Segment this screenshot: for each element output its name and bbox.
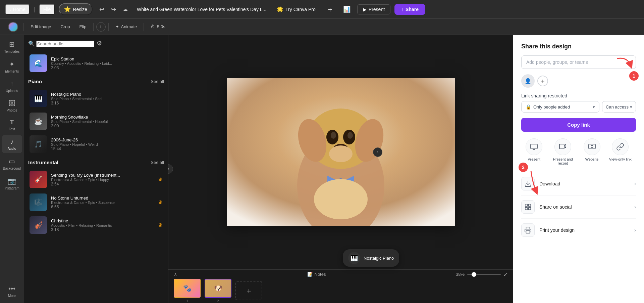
audio-item-2006[interactable]: 🎵 2006-June-26 Solo Piano • Hopeful • We…	[28, 133, 164, 156]
home-button[interactable]: ‹ Home	[5, 4, 30, 15]
instrumental-see-all-button[interactable]: See all	[151, 160, 164, 165]
sidebar-item-elements[interactable]: ✦ Elements	[2, 57, 22, 76]
share-action-website[interactable]: Website	[584, 138, 600, 165]
notes-icon: 📝	[307, 272, 313, 277]
sidebar-item-audio[interactable]: ♪ Audio	[2, 135, 22, 153]
download-text: Download	[539, 181, 634, 186]
toolbar-separator-4	[144, 23, 144, 31]
sidebar-item-instagram[interactable]: 📷 Instagram	[2, 174, 22, 193]
main-area: ⊞ Templates ✦ Elements ↑ Uploads 🖼 Photo…	[0, 35, 644, 303]
thumbnail-2[interactable]: 🐶 2	[205, 279, 231, 303]
premium-crown-sl: ♛	[158, 177, 163, 182]
sidebar-label-instagram: Instagram	[4, 186, 19, 190]
present-action-label: Present	[528, 157, 540, 161]
audio-info-sl: Sending You My Love (Instrument... Elect…	[51, 173, 154, 186]
website-action-icon	[584, 138, 600, 155]
sidebar-item-photos[interactable]: 🖼 Photos	[2, 97, 22, 115]
premium-crown-ch: ♛	[158, 222, 163, 228]
search-wrap: 🔍 ⚙	[28, 39, 164, 48]
analytics-button[interactable]: 📊	[340, 4, 353, 15]
audio-title-ch: Christine	[51, 218, 125, 223]
background-icon: ▭	[9, 157, 15, 165]
now-playing-bar[interactable]: 🎹 Nostalgic Piano	[343, 249, 399, 267]
undo-button[interactable]: ↩	[97, 4, 107, 15]
present-button[interactable]: ▶ Present	[357, 4, 390, 14]
share-icon: ↑	[401, 7, 404, 12]
edit-image-button[interactable]: Edit image	[26, 22, 55, 31]
sidebar-item-text[interactable]: T Text	[2, 116, 22, 134]
resize-button[interactable]: ⭐ Resize	[59, 3, 93, 15]
audio-thumb-np: 🎹	[30, 90, 47, 107]
piano-see-all-button[interactable]: See all	[151, 79, 164, 84]
instagram-icon: 📷	[8, 177, 16, 185]
share-action-present[interactable]: Present	[526, 138, 542, 165]
audio-meta-ns: Electronica & Dance • Epic • Suspense	[51, 201, 125, 205]
share-panel: Share this design 👤 ＋ Link sharing restr…	[513, 35, 644, 303]
filter-button[interactable]: ⚙	[96, 39, 103, 48]
thumbnail-1[interactable]: 🐾 1	[174, 279, 201, 303]
collapse-right-panel-button[interactable]: ›	[373, 147, 382, 157]
info-button[interactable]: i	[96, 22, 106, 32]
audio-meta-np: Solo Piano • Sentimental • Sad	[51, 97, 125, 101]
bottom-bar: ∧ 📝 Notes 38% ⤢ 🐾 1	[168, 269, 513, 303]
try-pro-button[interactable]: 🌟 Try Canva Pro	[273, 4, 320, 14]
bottom-controls: ∧ 📝 Notes 38% ⤢	[168, 270, 513, 279]
add-page-button[interactable]: ＋	[235, 282, 262, 300]
add-design-button[interactable]: ＋	[324, 3, 336, 16]
notes-button[interactable]: 📝 Notes	[307, 272, 326, 277]
share-list-print[interactable]: Print your design ›	[521, 218, 636, 242]
add-person-button[interactable]: ＋	[537, 76, 548, 86]
link-dropdown-label: Only people added	[533, 104, 570, 110]
dog-photo	[227, 78, 455, 226]
sidebar-item-uploads[interactable]: ↑ Uploads	[2, 77, 22, 95]
audio-sections: Piano See all 🎹 Nostalgic Piano Solo Pia…	[24, 75, 168, 303]
svg-rect-15	[531, 144, 537, 149]
more-icon: •••	[8, 285, 15, 293]
audio-thumb-2006: 🎵	[30, 135, 47, 153]
crop-button[interactable]: Crop	[56, 22, 74, 31]
audio-item-epic-station[interactable]: 🌊 Epic Station Country • Acoustic • Rela…	[28, 52, 164, 75]
search-input[interactable]	[36, 41, 94, 47]
access-dropdown[interactable]: Can access ▾	[602, 101, 636, 113]
piano-section-header: Piano See all	[28, 75, 164, 87]
audio-info-np: Nostalgic Piano Solo Piano • Sentimental…	[51, 92, 163, 105]
secondary-toolbar: Edit image Crop Flip i ✦ Animate ⏱ 5.0s	[0, 19, 644, 35]
print-icon	[521, 223, 535, 237]
sidebar-item-background[interactable]: ▭ Background	[2, 155, 22, 173]
audio-item-christine[interactable]: 🎻 Christine Acoustic • Film • Relaxing •…	[28, 214, 164, 236]
copy-link-button[interactable]: Copy link	[521, 118, 636, 132]
top-bar: ‹ Home | File ⭐ Resize ↩ ↪ ☁ White and G…	[0, 0, 644, 19]
link-dropdown-chevron: ▾	[593, 104, 595, 110]
svg-point-10	[329, 145, 353, 162]
collapse-bottom-button[interactable]: ∧	[174, 272, 177, 277]
audio-duration-2006: 15:44	[51, 146, 163, 151]
sidebar-item-more[interactable]: ••• More	[2, 282, 22, 300]
audio-info-epic: Epic Station Country • Acoustic • Relaxi…	[51, 56, 163, 70]
animate-button[interactable]: ✦ Animate	[111, 22, 141, 31]
toolbar-separator-3	[108, 23, 109, 31]
color-swatch-button[interactable]	[5, 20, 21, 33]
file-button[interactable]: File	[39, 4, 55, 15]
audio-item-nostalgic-piano[interactable]: 🎹 Nostalgic Piano Solo Piano • Sentiment…	[28, 87, 164, 110]
person-avatar: 👤	[521, 74, 535, 88]
document-title: White and Green Watercolor Love for Pets…	[135, 7, 269, 12]
flip-button[interactable]: Flip	[75, 22, 91, 31]
audio-item-morning-snowflake[interactable]: ☕ Morning Snowflake Solo Piano • Sentime…	[28, 110, 164, 133]
audio-title-2006: 2006-June-26	[51, 137, 125, 142]
link-dropdown[interactable]: 🔒 Only people added ▾	[521, 101, 599, 113]
timer-button[interactable]: ⏱ 5.0s	[147, 22, 169, 31]
share-action-view-only[interactable]: View-only link	[609, 138, 632, 165]
redo-button[interactable]: ↪	[108, 4, 119, 15]
fullscreen-button[interactable]: ⤢	[503, 271, 508, 277]
share-button[interactable]: ↑ Share	[394, 4, 425, 15]
audio-item-no-stone[interactable]: 🎼 No Stone Unturned Electronica & Dance …	[28, 191, 164, 214]
share-action-present-record[interactable]: Present and record	[551, 138, 575, 165]
sidebar-label-uploads: Uploads	[6, 89, 18, 93]
left-sidebar: ⊞ Templates ✦ Elements ↑ Uploads 🖼 Photo…	[0, 35, 24, 303]
audio-info-ms: Morning Snowflake Solo Piano • Sentiment…	[51, 115, 163, 128]
audio-item-sending-love[interactable]: 🎸 Sending You My Love (Instrument... Ele…	[28, 168, 164, 191]
website-action-label: Website	[585, 157, 599, 161]
share-list-social[interactable]: Share on social ›	[521, 195, 636, 218]
sidebar-item-templates[interactable]: ⊞ Templates	[2, 38, 22, 56]
zoom-slider[interactable]	[467, 274, 501, 275]
